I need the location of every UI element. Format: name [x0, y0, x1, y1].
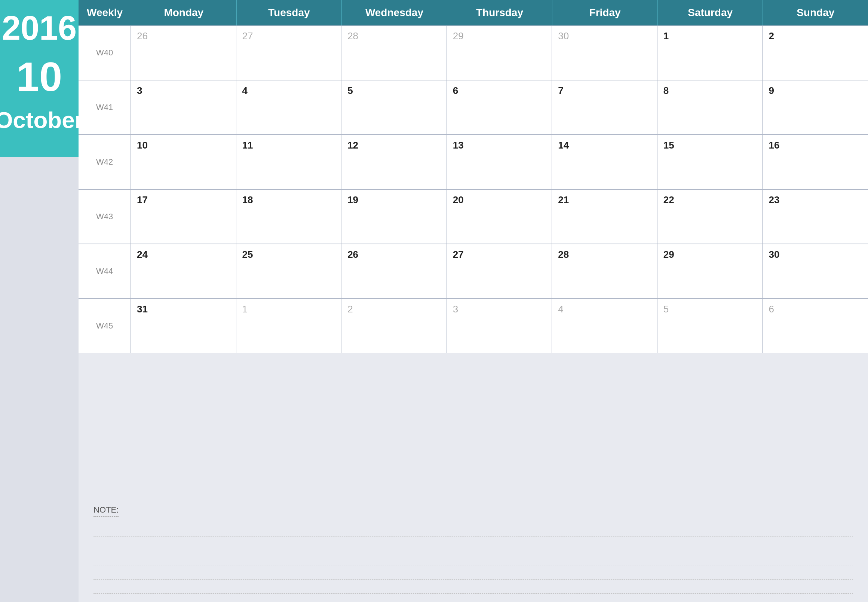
calendar-day-cell[interactable]: 21	[552, 190, 658, 244]
week-row-w45: W4531123456	[78, 299, 868, 353]
calendar-day-cell[interactable]: 23	[762, 190, 868, 244]
day-number: 17	[137, 194, 148, 206]
day-number: 7	[558, 85, 563, 96]
calendar-day-cell[interactable]: 19	[342, 190, 447, 244]
day-number: 27	[242, 30, 253, 41]
day-number: 20	[453, 194, 464, 206]
week-row-w40: W40262728293012	[78, 25, 868, 80]
calendar-area: WeeklyMondayTuesdayWednesdayThursdayFrid…	[78, 0, 868, 602]
calendar-day-cell[interactable]: 14	[552, 135, 658, 189]
day-number: 13	[453, 140, 464, 151]
calendar-day-cell[interactable]: 17	[131, 190, 236, 244]
notes-line	[94, 538, 853, 551]
week-row-w41: W413456789	[78, 80, 868, 135]
day-number: 31	[137, 303, 148, 315]
calendar-day-cell[interactable]: 11	[236, 135, 342, 189]
day-number: 14	[558, 140, 569, 151]
calendar-day-cell[interactable]: 28	[342, 26, 447, 80]
calendar-day-cell[interactable]: 16	[762, 135, 868, 189]
calendar-day-cell[interactable]: 2	[762, 26, 868, 80]
day-number: 29	[663, 249, 674, 260]
calendar-day-cell[interactable]: 6	[762, 299, 868, 353]
calendar-day-cell[interactable]: 13	[447, 135, 552, 189]
calendar-day-cell[interactable]: 3	[447, 299, 552, 353]
day-number: 1	[242, 303, 248, 315]
calendar-day-cell[interactable]: 7	[552, 80, 658, 135]
calendar-day-cell[interactable]: 31	[131, 299, 236, 353]
day-number: 5	[663, 303, 669, 315]
calendar-day-cell[interactable]: 29	[658, 244, 763, 299]
day-number: 1	[663, 30, 669, 41]
day-number: 19	[347, 194, 358, 206]
day-number: 3	[137, 85, 142, 96]
day-number: 27	[453, 249, 464, 260]
day-number: 26	[347, 249, 358, 260]
calendar-day-cell[interactable]: 27	[447, 244, 552, 299]
day-number: 30	[768, 249, 779, 260]
calendar-day-cell[interactable]: 15	[658, 135, 763, 189]
notes-section: NOTE:	[78, 494, 868, 602]
calendar-day-cell[interactable]: 28	[552, 244, 658, 299]
day-number: 15	[663, 140, 674, 151]
header-sunday: Sunday	[762, 0, 868, 25]
week-label-w41: W41	[78, 80, 131, 135]
calendar-day-cell[interactable]: 26	[342, 244, 447, 299]
sidebar: 2016 10 October	[0, 0, 78, 602]
calendar-day-cell[interactable]: 26	[131, 26, 236, 80]
notes-line	[94, 524, 853, 537]
header-friday: Friday	[552, 0, 658, 25]
week-label-w43: W43	[78, 190, 131, 244]
calendar-day-cell[interactable]: 1	[658, 26, 763, 80]
calendar-day-cell[interactable]: 3	[131, 80, 236, 135]
day-number: 22	[663, 194, 674, 206]
calendar-day-cell[interactable]: 30	[552, 26, 658, 80]
week-row-w42: W4210111213141516	[78, 135, 868, 189]
day-number: 18	[242, 194, 253, 206]
day-number: 3	[453, 303, 458, 315]
day-number: 2	[768, 30, 774, 41]
calendar-day-cell[interactable]: 2	[342, 299, 447, 353]
calendar-day-cell[interactable]: 12	[342, 135, 447, 189]
calendar-day-cell[interactable]: 5	[658, 299, 763, 353]
calendar-day-cell[interactable]: 24	[131, 244, 236, 299]
calendar-day-cell[interactable]: 4	[236, 80, 342, 135]
week-label-w44: W44	[78, 244, 131, 299]
day-number: 30	[558, 30, 569, 41]
day-number: 23	[768, 194, 779, 206]
calendar-day-cell[interactable]: 25	[236, 244, 342, 299]
notes-line	[94, 566, 853, 579]
day-number: 5	[347, 85, 353, 96]
calendar-day-cell[interactable]: 5	[342, 80, 447, 135]
header-wednesday: Wednesday	[342, 0, 447, 25]
calendar-day-cell[interactable]: 30	[762, 244, 868, 299]
calendar-day-cell[interactable]: 4	[552, 299, 658, 353]
header-monday: Monday	[131, 0, 236, 25]
weekly-header: Weekly	[78, 0, 131, 25]
calendar-day-cell[interactable]: 22	[658, 190, 763, 244]
calendar-day-cell[interactable]: 6	[447, 80, 552, 135]
week-label-w45: W45	[78, 299, 131, 353]
calendar-day-cell[interactable]: 8	[658, 80, 763, 135]
day-number: 25	[242, 249, 253, 260]
month-number-label: 10	[17, 56, 62, 97]
day-number: 26	[137, 30, 148, 41]
notes-line	[94, 552, 853, 565]
header-tuesday: Tuesday	[236, 0, 342, 25]
day-number: 12	[347, 140, 358, 151]
calendar-day-cell[interactable]: 1	[236, 299, 342, 353]
calendar-header: WeeklyMondayTuesdayWednesdayThursdayFrid…	[78, 0, 868, 25]
calendar-day-cell[interactable]: 20	[447, 190, 552, 244]
month-name-label: October	[0, 109, 84, 132]
calendar-day-cell[interactable]: 9	[762, 80, 868, 135]
day-number: 9	[768, 85, 774, 96]
day-number: 21	[558, 194, 569, 206]
calendar-day-cell[interactable]: 27	[236, 26, 342, 80]
day-number: 11	[242, 140, 253, 151]
day-number: 10	[137, 140, 148, 151]
notes-line	[94, 580, 853, 594]
calendar-day-cell[interactable]: 10	[131, 135, 236, 189]
day-number: 2	[347, 303, 353, 315]
calendar-day-cell[interactable]: 29	[447, 26, 552, 80]
calendar-day-cell[interactable]: 18	[236, 190, 342, 244]
day-number: 28	[347, 30, 358, 41]
